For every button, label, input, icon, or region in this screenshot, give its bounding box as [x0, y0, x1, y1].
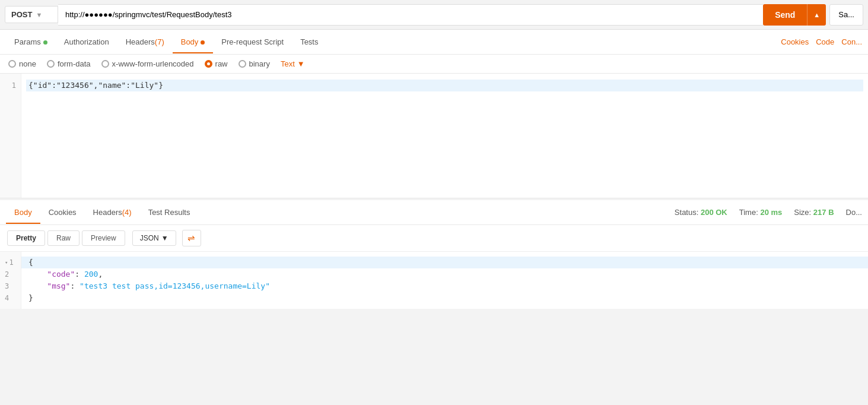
radio-form-data-circle [47, 60, 55, 68]
right-tabs: Cookies Code Con... [781, 37, 862, 46]
top-bar: POST ▼ Send ▲ Sa... [0, 0, 868, 30]
tab-params[interactable]: Params [6, 30, 56, 53]
tab-pre-request[interactable]: Pre-request Script [213, 30, 292, 53]
resp-line-num-3: 3 [5, 280, 16, 292]
request-tabs: Params Authorization Headers(7) Body Pre… [0, 30, 868, 55]
response-toolbar: Pretty Raw Preview JSON ▼ ⇌ [0, 225, 868, 252]
wrap-icon: ⇌ [187, 233, 195, 243]
save-button[interactable]: Sa... [829, 4, 863, 26]
send-button[interactable]: Send ▲ [763, 4, 826, 26]
resp-code-line-3: "msg": "test3 test pass,id=123456,userna… [28, 280, 861, 292]
radio-urlencoded[interactable]: x-www-form-urlencoded [101, 59, 194, 68]
cookies-link[interactable]: Cookies [781, 37, 809, 46]
radio-urlencoded-circle [101, 60, 109, 68]
resp-tab-body[interactable]: Body [6, 201, 40, 224]
resp-code-line-2: "code": 200, [28, 268, 861, 280]
radio-binary-circle [239, 60, 246, 68]
code-editor[interactable]: {"id":"123456","name":"Lily"} [21, 74, 868, 198]
response-code: ▾ 1 2 3 4 { "code": 200, "msg": "test3 t… [0, 252, 868, 309]
response-line-numbers: ▾ 1 2 3 4 [0, 252, 21, 309]
code-link[interactable]: Code [816, 37, 834, 46]
pretty-button[interactable]: Pretty [7, 230, 45, 246]
send-label: Send [763, 4, 807, 26]
method-label: POST [11, 10, 32, 19]
resp-tab-test-results[interactable]: Test Results [140, 201, 199, 224]
body-options-bar: none form-data x-www-form-urlencoded raw… [0, 55, 868, 74]
tab-body[interactable]: Body [173, 30, 214, 53]
json-format-dropdown[interactable]: JSON ▼ [132, 230, 176, 246]
json-arrow: ▼ [161, 234, 168, 242]
response-code-content: { "code": 200, "msg": "test3 test pass,i… [21, 252, 868, 309]
size-stat: Size: 217 B [794, 208, 834, 217]
resp-code-line-1: { [28, 257, 861, 268]
raw-button[interactable]: Raw [47, 230, 80, 246]
con-link[interactable]: Con... [841, 37, 862, 46]
response-tabs-bar: Body Cookies Headers(4) Test Results Sta… [0, 200, 868, 225]
body-dot [201, 40, 205, 45]
resp-line-num-1: ▾ 1 [5, 257, 16, 268]
method-select[interactable]: POST ▼ [5, 6, 58, 23]
radio-binary[interactable]: binary [239, 59, 270, 68]
params-dot [43, 40, 47, 45]
response-stats: Status: 200 OK Time: 20 ms Size: 217 B D… [675, 208, 862, 217]
time-stat: Time: 20 ms [739, 208, 783, 217]
size-value: 217 B [813, 208, 834, 217]
method-arrow: ▼ [36, 11, 42, 18]
resp-tab-cookies[interactable]: Cookies [40, 201, 85, 224]
resp-line-num-2: 2 [5, 268, 16, 280]
radio-raw[interactable]: raw [205, 59, 228, 68]
resp-line-num-4: 4 [5, 292, 16, 304]
tab-authorization[interactable]: Authorization [56, 30, 117, 53]
status-label: Status: 200 OK [675, 208, 727, 217]
text-format-dropdown[interactable]: Text ▼ [281, 59, 305, 68]
tab-tests[interactable]: Tests [292, 30, 326, 53]
extra-tab[interactable]: Do... [846, 208, 862, 217]
code-line-1: {"id":"123456","name":"Lily"} [26, 80, 863, 91]
preview-button[interactable]: Preview [82, 230, 125, 246]
status-value: 200 OK [701, 208, 727, 217]
line-number-1: 1 [5, 80, 16, 91]
tab-headers[interactable]: Headers(7) [117, 30, 173, 53]
request-editor: 1 {"id":"123456","name":"Lily"} [0, 74, 868, 198]
wrap-button[interactable]: ⇌ [182, 230, 201, 246]
radio-none[interactable]: none [8, 59, 36, 68]
radio-none-circle [8, 60, 16, 68]
radio-raw-circle [205, 60, 212, 68]
response-section: Body Cookies Headers(4) Test Results Sta… [0, 198, 868, 309]
time-value: 20 ms [760, 208, 782, 217]
resp-code-line-4: } [28, 292, 861, 304]
send-dropdown-arrow[interactable]: ▲ [807, 4, 826, 26]
url-input[interactable] [58, 4, 763, 26]
radio-form-data[interactable]: form-data [47, 59, 91, 68]
text-format-arrow: ▼ [297, 59, 305, 68]
resp-tab-headers[interactable]: Headers(4) [85, 201, 140, 224]
line-numbers: 1 [0, 74, 21, 198]
